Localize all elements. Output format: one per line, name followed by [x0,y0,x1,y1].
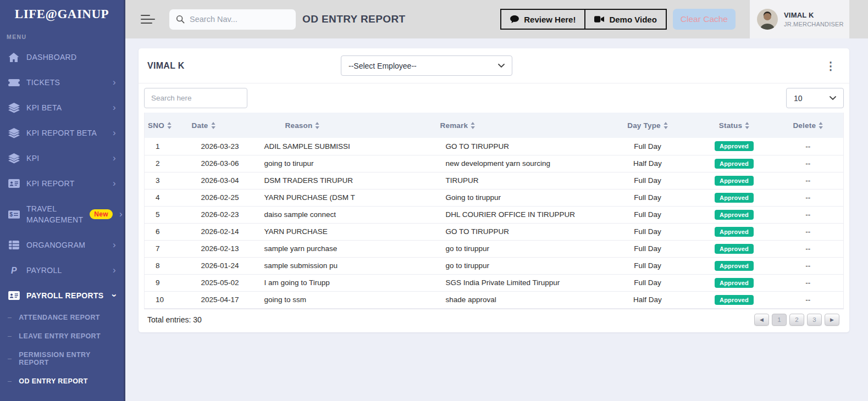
id-card-icon [8,291,20,300]
sidebar-item-kpi-report[interactable]: KPI REPORT› [0,171,124,196]
sidebar-menu: DASHBOARDTICKETS›KPI BETA›KPI REPORT BET… [0,42,124,391]
review-button[interactable]: Review Here! [500,9,585,30]
cell-sno: 8 [145,257,182,274]
pagination-page-3[interactable]: 3 [807,314,822,326]
layers-icon [8,103,20,113]
sort-icon [745,122,749,129]
cell-date: 2025-04-17 [182,291,253,308]
cell-day_type: Half Day [600,155,696,172]
table-search-input[interactable] [144,88,247,108]
cell-day_type: Full Day [600,257,696,274]
sidebar-item-kpi-report-beta[interactable]: KPI REPORT BETA› [0,120,124,146]
table-row: 52026-02-23daiso sample connectDHL COURI… [145,206,844,223]
avatar [757,9,778,30]
column-header-del[interactable]: Delete [773,113,844,138]
cell-date: 2026-01-24 [182,257,253,274]
pagination-next-button[interactable]: ▶ [825,314,839,326]
ticket-icon [8,79,20,87]
demo-video-button[interactable]: Demo Video [584,9,666,30]
column-header-remark[interactable]: Remark [435,113,600,138]
sidebar-subitem-attendance-report[interactable]: –ATTENDANCE REPORT [0,308,124,327]
clear-cache-button[interactable]: Clear Cache [673,9,736,30]
sidebar-item-label: PAYROLL REPORTS [26,290,106,301]
sidebar-item-travel-management[interactable]: $TRAVEL MANAGEMENTNew› [0,196,124,232]
page-size-select[interactable]: 10 [786,88,844,108]
app-logo[interactable]: LIFE@GAINUP [0,0,124,25]
sidebar-item-label: ORGANOGRAM [26,240,106,250]
content-area: VIMAL K --Select Employee-- ⋮ 10 [125,38,868,401]
hamburger-menu-icon[interactable] [140,13,156,26]
sidebar-subitem-label: PERMISSION ENTRY REPORT [19,351,116,366]
paypal-icon: P [8,266,20,275]
pagination: ◀123▶ [754,314,839,326]
user-panel[interactable]: VIMAL K JR.MERCHANDISER [750,0,849,38]
employee-select[interactable]: --Select Employee-- [341,55,512,76]
cell-status: Approved [696,138,773,155]
column-header-status[interactable]: Status [696,113,773,138]
column-header-date[interactable]: Date [182,113,253,138]
column-header-label: Status [719,121,742,130]
cell-status: Approved [696,257,773,274]
kebab-menu-icon[interactable]: ⋮ [821,59,841,73]
cell-sno: 9 [145,274,182,291]
employee-name: VIMAL K [147,61,185,71]
column-header-label: SNO [148,121,164,130]
cell-reason: YARN PURCHASE (DSM T [253,189,435,206]
sidebar-item-label: DASHBOARD [26,52,116,63]
sidebar-item-kpi[interactable]: KPI› [0,146,124,171]
cell-reason: I am going to Tirupp [253,274,435,291]
pagination-page-2[interactable]: 2 [789,314,804,326]
sidebar-subitem-od-entry-report[interactable]: –OD ENTRY REPORT [0,372,124,391]
cell-date: 2026-02-25 [182,189,253,206]
chevron-down-icon: › [111,294,118,297]
column-header-sno[interactable]: SNO [145,113,182,138]
layers-icon [8,153,20,164]
report-card-header: VIMAL K --Select Employee-- ⋮ [139,48,849,83]
cell-date: 2026-02-13 [182,240,253,257]
sidebar-subitem-permission-entry-report[interactable]: –PERMISSION ENTRY REPORT [0,346,124,372]
cell-reason: sample submission pu [253,257,435,274]
cell-status: Approved [696,155,773,172]
pagination-prev-button[interactable]: ◀ [754,314,769,326]
sidebar-item-kpi-beta[interactable]: KPI BETA› [0,95,124,120]
sidebar-item-payroll-reports[interactable]: PAYROLL REPORTS› [0,283,124,308]
main-area: OD ENTRY REPORT Review Here! Demo Video … [125,0,868,401]
cell-status: Approved [696,206,773,223]
cell-sno: 5 [145,206,182,223]
sidebar-item-label: KPI REPORT BETA [26,127,106,138]
table-row: 12026-03-23ADIL SAMPLE SUBMISSIGO TO TIR… [145,138,844,155]
cell-status: Approved [696,172,773,189]
sidebar-item-dashboard[interactable]: DASHBOARD [0,44,124,70]
cell-del: -- [773,240,844,257]
sidebar-item-organogram[interactable]: ORGANOGRAM› [0,232,124,258]
sidebar-item-payroll[interactable]: PPAYROLL› [0,258,124,283]
money-check-icon: $ [8,210,20,219]
dash-icon: – [8,377,12,385]
status-badge: Approved [715,278,754,288]
sidebar-item-tickets[interactable]: TICKETS› [0,70,124,95]
cell-remark: Going to tiruppur [435,189,600,206]
cell-sno: 4 [145,189,182,206]
cell-del: -- [773,189,844,206]
total-entries: Total entries: 30 [147,315,202,324]
sidebar: LIFE@GAINUP MENU DASHBOARDTICKETS›KPI BE… [0,0,125,401]
report-card: VIMAL K --Select Employee-- ⋮ 10 [139,48,849,332]
cell-remark: TIRUPUR [435,172,600,189]
cell-day_type: Full Day [600,240,696,257]
table-row: 102025-04-17going to ssmshade approvalHa… [145,291,844,308]
sidebar-item-label: TRAVEL MANAGEMENT [26,203,83,225]
sidebar-subitem-leave-entry-report[interactable]: –LEAVE ENTRY REPORT [0,327,124,346]
nav-search-input[interactable] [190,15,289,24]
id-card-icon [8,179,20,188]
column-header-reason[interactable]: Reason [253,113,435,138]
dash-icon: – [8,355,12,363]
table-row: 42026-02-25YARN PURCHASE (DSM TGoing to … [145,189,844,206]
pagination-page-1[interactable]: 1 [772,314,787,326]
cell-status: Approved [696,291,773,308]
cell-sno: 10 [145,291,182,308]
chevron-right-icon: › [113,242,116,248]
column-header-day_type[interactable]: Day Type [600,113,696,138]
sidebar-subitem-label: OD ENTRY REPORT [19,377,87,385]
column-header-label: Reason [285,121,313,130]
cell-date: 2026-02-14 [182,223,253,240]
